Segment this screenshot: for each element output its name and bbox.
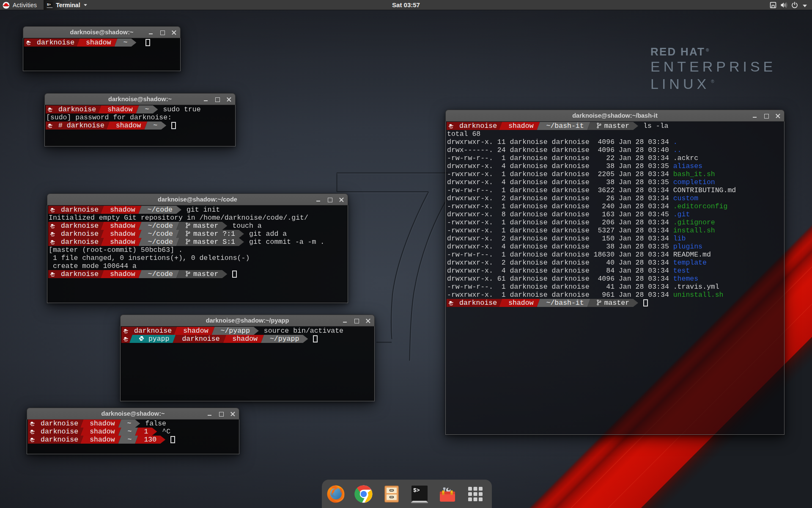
- svg-text:$>: $>: [413, 487, 420, 494]
- svg-text:$>: $>: [47, 3, 51, 6]
